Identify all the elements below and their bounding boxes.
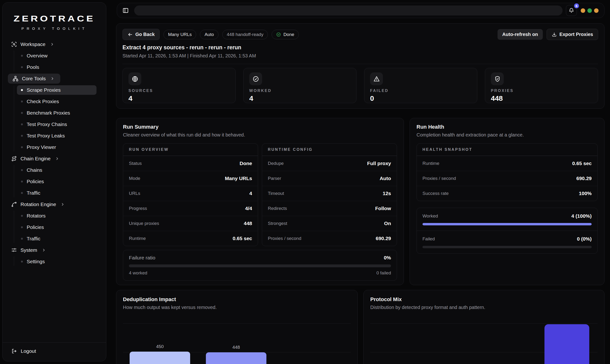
sidebar-item-check-proxies[interactable]: Check Proxies [17,96,96,107]
failure-ratio-box: Failure ratio 0% 4 worked 0 failed [123,250,397,281]
stat-value: 4 [249,94,350,103]
failure-ratio-track [129,264,391,267]
sidebar-group-chain-engine: Chains Policies Traffic [3,164,106,199]
sidebar-section-rotation-engine[interactable]: Rotation Engine [3,199,106,210]
protocol-mix-card: Protocol Mix Distribution by detected pr… [363,290,605,364]
status-badge-label: Done [283,32,294,37]
logout-button[interactable]: Logout [3,342,106,361]
sidebar-item-chains[interactable]: Chains [17,164,96,176]
sidebar-item-settings[interactable]: Settings [17,256,96,267]
gridline [123,323,351,324]
sidebar-item-label: Pools [27,64,39,70]
logout-icon [11,348,17,354]
sidebar-section-label: Workspace [21,41,46,47]
sidebar: ZEROTRACE PROXY TOOLKIT Workspace Overvi… [2,2,106,361]
sidebar-item-test-proxy-chains[interactable]: Test Proxy Chains [17,119,96,130]
bullet-icon [21,66,23,68]
run-summary-card: Run Summary Cleaner overview of what thi… [116,118,404,285]
sidebar-item-rotation-policies[interactable]: Policies [17,221,96,233]
sidebar-item-pools[interactable]: Pools [17,62,96,73]
brand-tagline: PROXY TOOLKIT [3,26,106,30]
row-value: 12s [383,191,391,196]
bullet-icon [21,238,23,240]
search-input[interactable] [134,5,563,15]
failed-note: 0 failed [376,270,391,276]
run-overview-table: RUN OVERVIEW StatusDone ModeMany URLs UR… [123,143,258,246]
row-value: 100% [579,191,592,196]
sidebar-item-label: Test Proxy Leaks [27,133,65,139]
row-label: Proxies / second [268,236,301,241]
run-title: Extract 4 proxy sources - rerun - rerun … [122,44,598,51]
row-label: Status [129,161,142,166]
sidebar-item-rotators[interactable]: Rotators [17,210,96,221]
app-root: ZEROTRACE PROXY TOOLKIT Workspace Overvi… [0,0,610,364]
sidebar-toggle-button[interactable] [120,5,131,16]
stat-value: 448 [491,94,592,103]
sidebar-item-overview[interactable]: Overview [17,50,96,62]
sidebar-item-benchmark-proxies[interactable]: Benchmark Proxies [17,107,96,119]
sidebar-item-test-proxy-leaks[interactable]: Test Proxy Leaks [17,130,96,142]
stat-value: 4 [129,94,230,103]
sidebar-item-scrape-proxies[interactable]: Scrape Proxies [17,85,96,95]
chevron-right-icon [50,42,54,46]
mode-badge: Many URLs [163,30,196,39]
table-heading: RUN OVERVIEW [123,144,258,156]
stat-label: FAILED [370,89,471,93]
sidebar-section-chain-engine[interactable]: Chain Engine [3,153,106,164]
gridline [370,323,597,324]
export-proxies-button[interactable]: Export Proxies [547,29,598,40]
scan-search-icon [11,41,17,47]
stat-card-failed: FAILED 0 [364,68,477,103]
notification-count-badge: 6 [573,3,580,9]
sidebar-section-label: Rotation Engine [21,202,56,207]
table-row: Unique proxies448 [123,216,258,231]
dedup-title: Deduplication Impact [123,296,351,302]
protocol-mix-title: Protocol Mix [370,296,597,302]
table-row: RedirectsFollow [262,201,397,216]
health-bars: Worked 4 (100%) Failed 0 (0%) [416,208,597,254]
sidebar-item-label: Traffic [27,190,40,196]
table-row: DedupeFull proxy [262,156,397,171]
download-icon [552,32,557,37]
sidebar-item-rotation-traffic[interactable]: Traffic [17,233,96,244]
sidebar-item-chain-policies[interactable]: Policies [17,176,96,187]
sidebar-section-workspace[interactable]: Workspace [3,39,106,50]
circle-check-icon [276,32,281,37]
sidebar-item-label: Proxy Viewer [27,144,56,150]
notifications-button[interactable]: 6 [566,5,577,16]
go-back-button[interactable]: Go Back [122,29,160,40]
auto-refresh-button[interactable]: Auto-refresh on [497,29,543,40]
dedup-subtitle: How much output was kept versus removed. [123,305,351,310]
run-summary-subtitle: Cleaner overview of what this run did an… [123,132,397,138]
table-row: Timeout12s [262,186,397,201]
chevron-right-icon [55,156,59,161]
sliders-icon [11,247,17,253]
auto-refresh-label: Auto-refresh on [502,32,538,37]
worked-progress-fill [422,223,592,225]
status-dot-green [587,8,592,13]
status-dot-orange [581,8,585,13]
worked-bar-value: 4 (100%) [571,213,592,219]
bullet-icon [21,192,23,194]
sidebar-item-proxy-viewer[interactable]: Proxy Viewer [17,142,96,153]
sidebar-item-label: Traffic [27,236,40,242]
row-label: Redirects [268,206,287,211]
row-value: 0.65 sec [572,161,592,166]
sidebar-section-label: Chain Engine [21,156,51,161]
sidebar-group-rotation-engine: Rotators Policies Traffic [3,210,106,244]
status-badge: Done [272,30,299,39]
row-label: URLs [129,191,140,196]
logout-label: Logout [21,348,36,354]
sidebar-item-chain-traffic[interactable]: Traffic [17,187,96,199]
bullet-icon [21,169,23,171]
sidebar-section-core-tools[interactable]: Core Tools [3,73,106,84]
stats-row: SOURCES 4 WORKED 4 FAILED 0 [122,68,598,103]
sidebar-section-system[interactable]: System [3,244,106,256]
sidebar-group-system: Settings [3,256,106,267]
row-value: Follow [375,206,391,211]
route-icon [11,156,17,161]
table-heading: HEALTH SNAPSHOT [417,144,597,156]
worked-bar-label: Worked [422,213,438,219]
bar-value-label: 448 [206,345,266,350]
row-label: Strongest [268,221,287,226]
